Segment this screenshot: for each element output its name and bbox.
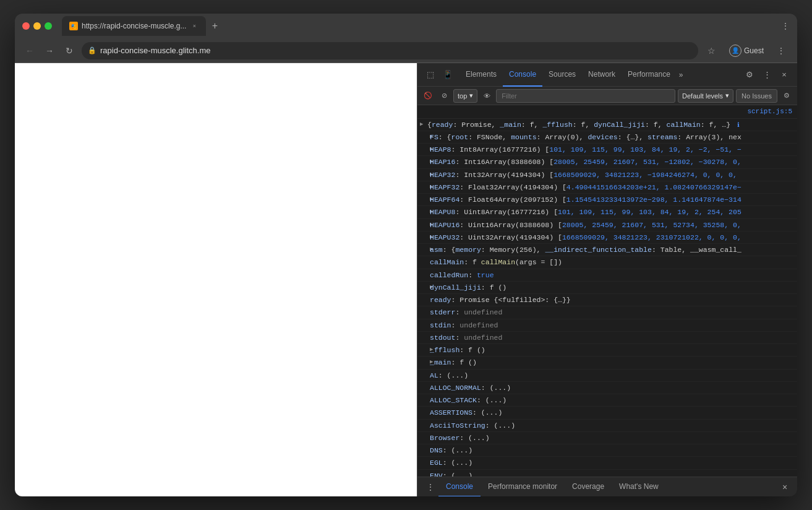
devtools-settings-button[interactable]: ⚙ [741,67,758,83]
expander-icon [417,433,430,434]
title-bar-right: ⋮ [781,21,790,31]
tab-elements[interactable]: Elements [459,63,503,87]
console-row-content: _main: f () [430,357,795,368]
expander-icon[interactable]: ▶ [417,232,430,242]
expander-icon[interactable]: ▶ [417,207,430,217]
expander-icon[interactable]: ▶ [417,345,430,355]
expander-icon[interactable]: ▶ [417,357,430,367]
forward-button[interactable]: → [42,43,57,58]
console-row[interactable]: callMain: f callMain(args = []) [417,256,797,269]
expander-icon [417,320,430,321]
console-row-content: HEAPF64: Float64Array(2097152) [1.154541… [430,194,795,205]
browser-menu-button[interactable]: ⋮ [772,42,790,59]
console-row-content: calledRun: true [430,270,795,280]
console-row[interactable]: DNS: (...) [417,444,797,457]
bottom-panel-close-button[interactable]: × [777,480,792,495]
console-row[interactable]: ready: Promise {<fulfilled>: {…}} [417,294,797,306]
console-row[interactable]: stdout: undefined [417,332,797,344]
eye-icon[interactable]: 👁 [480,89,494,103]
console-row[interactable]: Browser: (...) [417,432,797,444]
console-row[interactable]: ▶ HEAPU32: Uint32Array(4194304) [1668509… [417,231,797,244]
console-row[interactable]: ▶ dynCall_jiji: f () [417,282,797,294]
new-tab-button[interactable]: + [206,17,223,35]
console-row-content: {ready: Promise, _main: f, _fflush: f, d… [427,119,795,130]
address-bar[interactable]: 🔒 rapid-concise-muscle.glitch.me [82,42,698,59]
console-row[interactable]: calledRun: true [417,269,797,282]
expander-icon[interactable]: ▶ [417,144,430,154]
devtools-close-button[interactable]: × [776,67,792,83]
console-row[interactable]: ASSERTIONS: (...) [417,407,797,419]
bookmarks-icon[interactable]: ☆ [703,42,720,59]
console-row[interactable]: ▶ asm: {memory: Memory(256), __indirect_… [417,244,797,256]
console-row[interactable]: ▶ HEAP32: Int32Array(4194304) [166850902… [417,169,797,181]
bottom-tab-whats-new[interactable]: What's New [612,477,666,497]
more-tabs-button[interactable]: » [677,71,686,79]
expander-icon[interactable]: ▶ [417,282,430,292]
chevron-down-icon: ▾ [469,92,473,100]
filter-button[interactable]: ⊘ [437,89,451,103]
expander-icon[interactable]: ▶ [417,119,427,129]
expander-icon [417,295,430,296]
console-row[interactable]: ALLOC_STACK: (...) [417,394,797,407]
console-row[interactable]: ▶ FS: {root: FSNode, mounts: Array(0), d… [417,131,797,144]
device-toggle-button[interactable]: 📱 [440,67,456,83]
profile-button[interactable]: 👤 Guest [724,43,769,58]
bottom-tab-console[interactable]: Console [438,477,481,497]
console-row[interactable]: ▶ {ready: Promise, _main: f, _fflush: f,… [417,119,797,131]
console-row-content: ready: Promise {<fulfilled>: {…}} [430,295,795,305]
tab-performance[interactable]: Performance [622,63,677,87]
console-row[interactable]: ▶ HEAPU16: Uint16Array(8388608) [28005, … [417,219,797,231]
tab-console[interactable]: Console [503,63,542,87]
page-content [15,63,417,496]
browser-toolbar-right: ☆ 👤 Guest ⋮ [703,42,790,59]
console-row[interactable]: ▶ HEAPF64: Float64Array(2097152) [1.1545… [417,194,797,206]
expander-icon[interactable]: ▶ [417,170,430,179]
expander-icon[interactable]: ▶ [417,194,430,204]
reload-button[interactable]: ↻ [62,43,77,58]
console-settings-button[interactable]: ⚙ [780,89,793,103]
console-row[interactable]: ▶ HEAPF32: Float32Array(4194304) [4.4904… [417,181,797,194]
tab-close-button[interactable]: × [190,22,199,30]
minimize-window-button[interactable] [33,22,41,30]
console-row[interactable]: ALLOC_NORMAL: (...) [417,382,797,394]
inspect-element-button[interactable]: ⬚ [422,67,438,83]
bottom-tabs-more-button[interactable]: ⋮ [422,477,438,497]
console-output[interactable]: script.js:5 ▶ {ready: Promise, _main: f,… [417,105,797,477]
console-row[interactable]: ▶ HEAP8: Int8Array(16777216) [101, 109, … [417,144,797,156]
context-selector[interactable]: top ▾ [453,89,477,103]
bottom-tab-coverage[interactable]: Coverage [565,477,612,497]
tab-network[interactable]: Network [582,63,622,87]
console-row[interactable]: ENV: (...) [417,470,797,477]
devtools-more-button[interactable]: ⋮ [759,67,775,83]
console-row[interactable]: AsciiToString: (...) [417,420,797,432]
clear-console-button[interactable]: 🚫 [421,89,435,103]
browser-tab[interactable]: 🎭 https://rapid-concise-muscle.g... × [62,16,206,36]
console-row[interactable]: stderr: undefined [417,306,797,319]
expander-icon[interactable]: ▶ [417,182,430,192]
console-row[interactable]: ▶ _fflush: f () [417,344,797,357]
script-link[interactable]: script.js:5 [417,105,797,119]
expander-icon[interactable]: ▶ [417,244,430,254]
tab-sources[interactable]: Sources [542,63,582,87]
console-row[interactable]: ▶ HEAPU8: Uint8Array(16777216) [101, 109… [417,206,797,218]
expander-icon [417,445,430,446]
filter-input[interactable] [496,89,675,103]
console-row[interactable]: EGL: (...) [417,457,797,469]
close-window-button[interactable] [22,22,30,30]
avatar: 👤 [729,45,741,57]
console-row[interactable]: stdin: undefined [417,319,797,332]
expander-icon[interactable]: ▶ [417,132,430,142]
console-row[interactable]: ▶ HEAP16: Int16Array(8388608) [28005, 25… [417,156,797,168]
maximize-window-button[interactable] [45,22,52,30]
traffic-lights [22,22,52,30]
window-menu-icon[interactable]: ⋮ [781,21,790,31]
devtools-toolbar: ⬚ 📱 Elements Console Sources Network [417,63,797,87]
devtools-panel: ⬚ 📱 Elements Console Sources Network [417,63,797,496]
expander-icon[interactable]: ▶ [417,220,430,230]
expander-icon[interactable]: ▶ [417,157,430,166]
bottom-tab-performance-monitor[interactable]: Performance monitor [481,477,565,497]
console-row[interactable]: ▶ _main: f () [417,357,797,369]
console-row[interactable]: AL: (...) [417,370,797,382]
back-button[interactable]: ← [22,43,37,58]
log-levels-selector[interactable]: Default levels ▾ [678,89,733,103]
